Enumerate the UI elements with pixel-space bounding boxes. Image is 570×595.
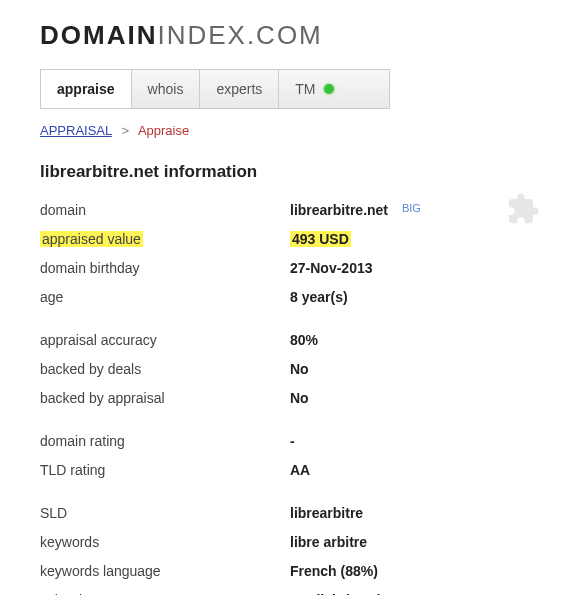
row-appraised-value: appraised value 493 USD <box>40 225 530 254</box>
tab-experts[interactable]: experts <box>200 70 279 108</box>
label-appraised-value-hl: appraised value <box>40 231 143 247</box>
page-title: librearbitre.net information <box>40 162 530 182</box>
label-sld: SLD <box>40 503 290 524</box>
label-birthday: domain birthday <box>40 258 290 279</box>
breadcrumb: APPRAISAL > Appraise <box>40 123 530 138</box>
row-backed-deals: backed by deals No <box>40 355 530 384</box>
breadcrumb-current: Appraise <box>138 123 189 138</box>
value-age: 8 year(s) <box>290 287 530 308</box>
row-sld: SLD librearbitre <box>40 499 530 528</box>
breadcrumb-root[interactable]: APPRAISAL <box>40 123 112 138</box>
spacer <box>40 413 530 427</box>
value-appraised-value-hl: 493 USD <box>290 231 351 247</box>
domain-value-text: librearbitre.net <box>290 202 388 218</box>
row-birthday: domain birthday 27-Nov-2013 <box>40 254 530 283</box>
puzzle-icon <box>506 192 540 226</box>
label-domain: domain <box>40 200 290 221</box>
site-logo[interactable]: DOMAININDEX.COM <box>40 20 530 51</box>
big-badge[interactable]: BIG <box>402 202 421 214</box>
row-domain: domain librearbitre.net BIG <box>40 196 530 225</box>
status-dot-icon <box>324 84 334 94</box>
tab-tm-label: TM <box>295 81 315 97</box>
value-keywords: libre arbitre <box>290 532 530 553</box>
value-backed-appraisal: No <box>290 388 530 409</box>
tab-tm[interactable]: TM <box>279 70 349 108</box>
row-domain-rating: domain rating - <box>40 427 530 456</box>
label-keywords-lang: keywords language <box>40 561 290 582</box>
tab-whois[interactable]: whois <box>132 70 201 108</box>
label-age: age <box>40 287 290 308</box>
row-keywords-lang: keywords language French (88%) <box>40 557 530 586</box>
label-backed-deals: backed by deals <box>40 359 290 380</box>
value-keywords-lang: French (88%) <box>290 561 530 582</box>
label-tld-rating: TLD rating <box>40 460 290 481</box>
row-backed-appraisal: backed by appraisal No <box>40 384 530 413</box>
value-domain-rating: - <box>290 431 530 452</box>
value-sld: librearbitre <box>290 503 530 524</box>
value-tld-rating: AA <box>290 460 530 481</box>
row-tld-rating: TLD rating AA <box>40 456 530 485</box>
breadcrumb-sep: > <box>121 123 129 138</box>
value-birthday: 27-Nov-2013 <box>290 258 530 279</box>
label-keywords: keywords <box>40 532 290 553</box>
label-accuracy: appraisal accuracy <box>40 330 290 351</box>
row-age: age 8 year(s) <box>40 283 530 312</box>
row-keywords: keywords libre arbitre <box>40 528 530 557</box>
value-domain: librearbitre.net BIG <box>290 200 530 221</box>
value-backed-deals: No <box>290 359 530 380</box>
spacer <box>40 312 530 326</box>
logo-bold: DOMAIN <box>40 20 157 50</box>
nav-tabs: appraise whois experts TM <box>40 69 390 109</box>
spacer <box>40 485 530 499</box>
label-backed-appraisal: backed by appraisal <box>40 388 290 409</box>
value-other-lang: English (12%) <box>290 590 530 595</box>
row-accuracy: appraisal accuracy 80% <box>40 326 530 355</box>
value-accuracy: 80% <box>290 330 530 351</box>
info-table: domain librearbitre.net BIG appraised va… <box>40 196 530 595</box>
label-other-lang: Other languages <box>40 590 290 595</box>
tab-appraise[interactable]: appraise <box>41 70 132 108</box>
value-appraised-value: 493 USD <box>290 229 530 250</box>
logo-thin: INDEX.COM <box>157 20 322 50</box>
label-appraised-value: appraised value <box>40 229 290 250</box>
label-domain-rating: domain rating <box>40 431 290 452</box>
row-other-lang: Other languages English (12%) <box>40 586 530 595</box>
